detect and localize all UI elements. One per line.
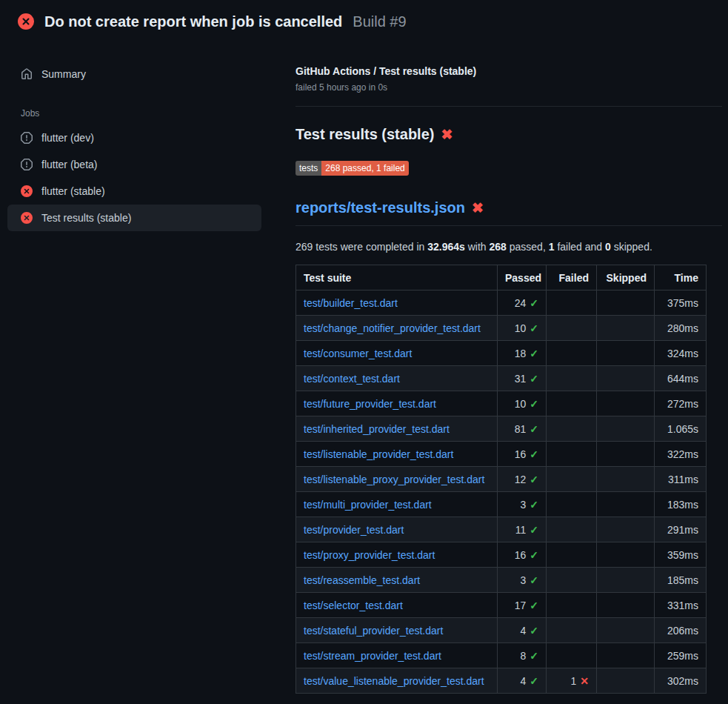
- table-row: test/listenable_provider_test.dart16✓322…: [296, 442, 707, 467]
- sidebar-item-flutter-dev[interactable]: flutter (dev): [7, 124, 261, 151]
- x-circle-icon: [21, 212, 33, 224]
- passed-cell: 4✓: [498, 668, 547, 694]
- suite-link[interactable]: test/stateful_provider_test.dart: [304, 625, 443, 637]
- skipped-cell: [597, 290, 655, 316]
- job-label: flutter (beta): [41, 159, 97, 170]
- suite-link[interactable]: test/multi_provider_test.dart: [304, 499, 432, 511]
- suite-link[interactable]: test/builder_test.dart: [304, 297, 398, 309]
- table-row: test/inherited_provider_test.dart81✓1.06…: [296, 416, 707, 442]
- passed-cell: 3✓: [498, 492, 547, 517]
- time-cell: 302ms: [655, 668, 707, 694]
- skipped-cell: [597, 593, 655, 618]
- skipped-cell: [597, 542, 655, 568]
- table-header-row: Test suitePassedFailedSkippedTime: [296, 265, 707, 290]
- failed-cell: [547, 341, 597, 366]
- column-header: Time: [655, 265, 707, 290]
- sidebar-item-flutter-stable[interactable]: flutter (stable): [7, 178, 261, 205]
- table-row: test/multi_provider_test.dart3✓183ms: [296, 492, 707, 517]
- skipped-cell: [597, 391, 655, 416]
- time-cell: 185ms: [655, 568, 707, 593]
- failed-cell: [547, 542, 597, 568]
- suite-link[interactable]: test/consumer_test.dart: [304, 348, 412, 359]
- passed-cell: 8✓: [498, 643, 547, 668]
- check-icon: ✓: [530, 474, 538, 485]
- suite-link[interactable]: test/reassemble_test.dart: [304, 574, 420, 586]
- table-row: test/listenable_proxy_provider_test.dart…: [296, 467, 707, 492]
- passed-cell: 81✓: [498, 416, 547, 442]
- failed-cell: [547, 290, 597, 316]
- report-file-link[interactable]: reports/test-results.json: [295, 199, 465, 216]
- passed-cell: 16✓: [498, 442, 547, 467]
- sidebar-item-summary[interactable]: Summary: [7, 61, 261, 87]
- check-icon: ✓: [530, 423, 538, 435]
- passed-cell: 12✓: [498, 467, 547, 492]
- suite-link[interactable]: test/listenable_proxy_provider_test.dart: [304, 474, 484, 485]
- failed-cell: 1✕: [547, 668, 597, 694]
- suite-link[interactable]: test/listenable_provider_test.dart: [304, 448, 453, 460]
- cross-mark-icon: ✖: [441, 127, 453, 142]
- skipped-cell: [597, 442, 655, 467]
- suite-link[interactable]: test/proxy_provider_test.dart: [304, 549, 435, 561]
- skipped-cell: [597, 416, 655, 442]
- table-row: test/selector_test.dart17✓331ms: [296, 593, 707, 618]
- passed-cell: 10✓: [498, 316, 547, 341]
- sidebar-item-flutter-beta[interactable]: flutter (beta): [7, 151, 261, 178]
- report-heading: reports/test-results.json ✖: [295, 199, 722, 226]
- suite-cell: test/stateful_provider_test.dart: [296, 618, 498, 643]
- table-row: test/stream_provider_test.dart8✓259ms: [296, 643, 707, 668]
- job-label: Test results (stable): [41, 212, 131, 224]
- sidebar-item-test-results-stable[interactable]: Test results (stable): [7, 205, 261, 231]
- time-cell: 206ms: [655, 618, 707, 643]
- summary-text: 1: [549, 241, 555, 253]
- suite-link[interactable]: test/selector_test.dart: [304, 600, 403, 611]
- check-icon: ✓: [530, 625, 538, 637]
- suite-link[interactable]: test/stream_provider_test.dart: [304, 650, 441, 662]
- time-cell: 1.065s: [655, 416, 707, 442]
- time-cell: 259ms: [655, 643, 707, 668]
- badge-value: 268 passed, 1 failed: [321, 161, 408, 176]
- time-cell: 359ms: [655, 542, 707, 568]
- suite-link[interactable]: test/value_listenable_provider_test.dart: [304, 675, 484, 687]
- suite-cell: test/future_provider_test.dart: [296, 391, 498, 416]
- failed-cell: [547, 316, 597, 341]
- run-meta: failed 5 hours ago in 0s: [295, 82, 722, 93]
- suite-link[interactable]: test/future_provider_test.dart: [304, 398, 436, 410]
- table-row: test/future_provider_test.dart10✓272ms: [296, 391, 707, 416]
- suite-cell: test/value_listenable_provider_test.dart: [296, 668, 498, 694]
- suite-link[interactable]: test/inherited_provider_test.dart: [304, 423, 450, 435]
- suite-cell: test/selector_test.dart: [296, 593, 498, 618]
- check-icon: ✓: [530, 322, 538, 334]
- suite-link[interactable]: test/provider_test.dart: [304, 524, 404, 536]
- passed-cell: 16✓: [498, 542, 547, 568]
- stop-icon: [21, 159, 33, 170]
- passed-cell: 4✓: [498, 618, 547, 643]
- time-cell: 311ms: [655, 467, 707, 492]
- time-cell: 272ms: [655, 391, 707, 416]
- summary-text: 269 tests were completed in: [295, 241, 427, 253]
- skipped-cell: [597, 467, 655, 492]
- check-icon: ✓: [530, 448, 538, 460]
- time-cell: 291ms: [655, 517, 707, 542]
- check-icon: ✓: [530, 499, 538, 511]
- skipped-cell: [597, 668, 655, 694]
- table-row: test/provider_test.dart11✓291ms: [296, 517, 707, 542]
- skipped-cell: [597, 568, 655, 593]
- suite-link[interactable]: test/change_notifier_provider_test.dart: [304, 322, 481, 334]
- build-number: Build #9: [353, 13, 406, 30]
- suite-link[interactable]: test/context_test.dart: [304, 373, 400, 385]
- failed-cell: [547, 568, 597, 593]
- check-icon: ✓: [530, 574, 538, 586]
- failed-cell: [547, 391, 597, 416]
- passed-cell: 17✓: [498, 593, 547, 618]
- skipped-cell: [597, 643, 655, 668]
- summary-text: 268: [490, 241, 507, 253]
- summary-text: with: [465, 241, 490, 253]
- check-icon: ✓: [530, 600, 538, 611]
- passed-cell: 3✓: [498, 568, 547, 593]
- skipped-cell: [597, 316, 655, 341]
- cross-icon: ✕: [580, 675, 589, 687]
- time-cell: 322ms: [655, 442, 707, 467]
- suite-cell: test/change_notifier_provider_test.dart: [296, 316, 498, 341]
- summary-text: failed and: [555, 241, 606, 253]
- time-cell: 183ms: [655, 492, 707, 517]
